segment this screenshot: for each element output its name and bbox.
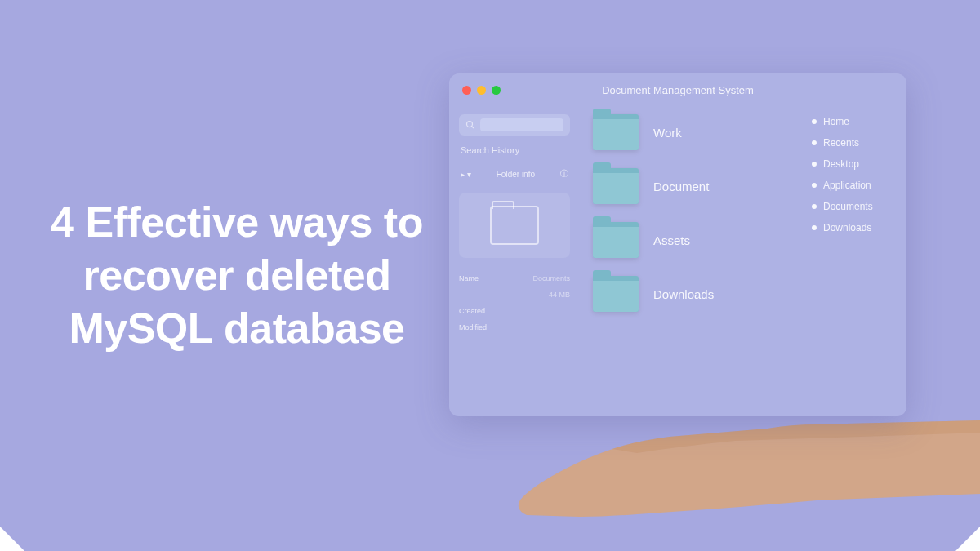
main-title: 4 Effective ways to recover deleted MySQ… [49,196,425,355]
folder-info-label: Folder info [497,170,535,179]
folder-label: Document [653,180,709,193]
sidebar-left: Search History ▸ ▾ Folder info ⓘ Name Do… [449,106,580,416]
folder-preview [459,193,570,258]
folder-icon [593,276,639,312]
folder-info-header: ▸ ▾ Folder info ⓘ [459,165,570,183]
app-window: Document Management System Search Histor… [449,73,906,416]
expand-toggle-icon[interactable]: ▸ ▾ [461,170,471,179]
meta-modified-row: Modified [459,323,570,331]
meta-created-label: Created [459,307,485,315]
folder-outline-icon [490,206,539,245]
folder-icon [593,168,639,204]
meta-name-value: Documents [532,274,570,282]
meta-modified-label: Modified [459,323,487,331]
meta-size-row: 44 MB [459,291,570,299]
search-history-label: Search History [459,142,570,158]
nav-label: Downloads [823,222,871,233]
close-icon[interactable] [462,86,471,95]
folder-label: Work [653,126,682,140]
nav-item-home[interactable]: Home [812,116,895,127]
meta-size-value: 44 MB [549,291,570,299]
meta-name-label: Name [459,274,479,282]
folder-icon [593,114,639,150]
page-container: 4 Effective ways to recover deleted MySQ… [0,0,980,551]
title-section: 4 Effective ways to recover deleted MySQ… [0,196,441,355]
window-header: Document Management System [449,73,906,106]
corner-decoration-br [956,527,980,551]
svg-line-1 [472,127,474,129]
corner-decoration-bl [0,527,24,551]
window-title: Document Management System [602,84,754,96]
folder-label: Downloads [653,287,714,301]
info-icon[interactable]: ⓘ [560,168,568,180]
nav-label: Recents [823,137,859,149]
traffic-lights [462,86,501,95]
bullet-icon [812,140,817,145]
maximize-icon[interactable] [492,86,501,95]
bullet-icon [812,119,817,124]
meta-created-row: Created [459,307,570,315]
bullet-icon [812,162,817,167]
folder-item-work[interactable]: Work [593,114,787,150]
bullet-icon [812,183,817,188]
nav-label: Documents [823,201,873,212]
nav-label: Home [823,116,849,127]
search-input[interactable] [480,118,564,131]
folder-icon [593,222,639,258]
window-body: Search History ▸ ▾ Folder info ⓘ Name Do… [449,106,906,416]
search-icon [466,120,475,130]
nav-label: Desktop [823,158,859,170]
minimize-icon[interactable] [477,86,486,95]
nav-item-desktop[interactable]: Desktop [812,158,895,170]
meta-name-row: Name Documents [459,274,570,282]
nav-label: Application [823,180,871,191]
bullet-icon [812,225,817,230]
folder-label: Assets [653,233,690,247]
folder-item-document[interactable]: Document [593,168,787,204]
search-bar[interactable] [459,114,570,136]
folder-item-assets[interactable]: Assets [593,222,787,258]
main-content: Work Document Assets Downloads [580,106,800,416]
nav-item-downloads[interactable]: Downloads [812,222,895,233]
svg-point-0 [467,122,473,127]
nav-item-recents[interactable]: Recents [812,137,895,149]
bullet-icon [812,204,817,209]
folder-item-downloads[interactable]: Downloads [593,276,787,312]
nav-item-documents[interactable]: Documents [812,201,895,212]
folder-meta: Name Documents 44 MB Created Modified [459,274,570,331]
sidebar-right: Home Recents Desktop Application Documen… [800,106,906,416]
nav-item-application[interactable]: Application [812,180,895,191]
